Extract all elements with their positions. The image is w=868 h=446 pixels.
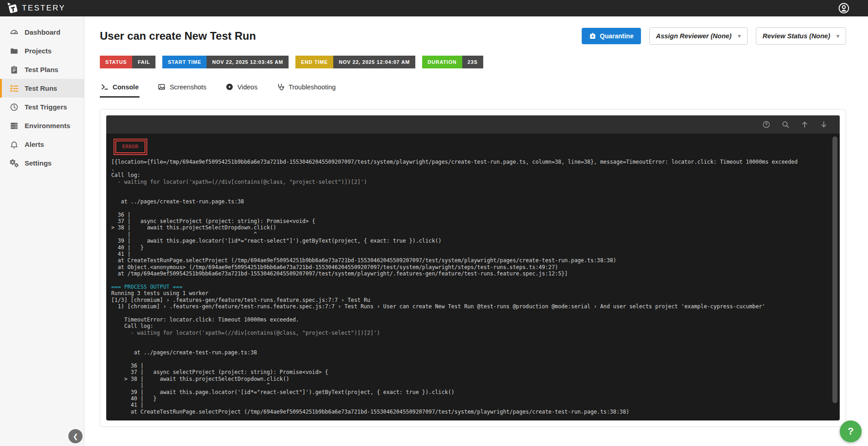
console-line	[111, 205, 824, 211]
top-bar: TESTERY	[0, 0, 868, 16]
console-line: 40 | }	[111, 244, 824, 251]
console-line: 1) [chromium] › .features-gen/feature/te…	[111, 303, 824, 310]
sidebar-item-label: Projects	[25, 47, 52, 55]
console-line: [1/3] [chromium] › .features-gen/feature…	[111, 297, 824, 303]
console-line	[111, 185, 824, 192]
console-line: 37 | async selectProject (project: strin…	[111, 369, 824, 375]
tab[interactable]: Screenshots	[157, 80, 207, 98]
sidebar-item-label: Settings	[25, 159, 52, 167]
tab-label: Console	[113, 83, 139, 91]
sidebar-item[interactable]: Dashboard	[0, 23, 84, 41]
tab-label: Troubleshooting	[289, 83, 336, 91]
console-line: > 38 | await this.projectSelectDropdown.…	[111, 376, 824, 382]
chevron-down-icon: ▾	[738, 33, 741, 39]
console-line: at CreateTestRunPage.selectProject (/tmp…	[111, 409, 824, 415]
console-line: > 38 | await this.projectSelectDropdown.…	[111, 224, 824, 231]
console-line: 39 | await this.page.locator('[id*="reac…	[111, 238, 824, 244]
scroll-up-icon[interactable]	[801, 120, 809, 129]
search-icon[interactable]	[781, 120, 790, 129]
review-status-dropdown[interactable]: Review Status (None) ▾	[756, 27, 846, 45]
page: TESTERY Dashboard Projects	[0, 0, 868, 446]
help-floating-button[interactable]: ?	[840, 420, 862, 442]
sidebar-item-icon	[10, 140, 19, 149]
console-lines: [{location={file=/tmp/694ae9ef50954251b9…	[111, 159, 824, 415]
console-line: Call log:	[111, 323, 824, 329]
console-line: at /tmp/694ae9ef50954251b9bb6a6e73a721bd…	[111, 270, 824, 277]
assign-reviewer-dropdown[interactable]: Assign Reviewer (None) ▾	[649, 27, 748, 45]
sidebar-item-icon	[10, 121, 19, 130]
brand-logo: TESTERY	[6, 2, 66, 15]
page-title: User can create New Test Run	[100, 30, 256, 42]
testery-logo-icon	[6, 2, 19, 15]
console-line: 41 |	[111, 251, 824, 257]
console-scrollbar-thumb[interactable]	[832, 136, 837, 403]
console-line	[111, 277, 824, 284]
tab-label: Videos	[238, 83, 258, 91]
quarantine-briefcase-icon	[589, 32, 596, 40]
tab[interactable]: Troubleshooting	[276, 80, 336, 98]
sidebar-item-label: Test Runs	[25, 84, 57, 92]
console-line: at Object.<anonymous> (/tmp/694ae9ef5095…	[111, 264, 824, 270]
console-line: 36 |	[111, 212, 824, 218]
console-line: TimeoutError: locator.click: Timeout 100…	[111, 316, 824, 323]
console-line: [{location={file=/tmp/694ae9ef50954251b9…	[111, 159, 824, 165]
console-line: Running 3 tests using 1 worker	[111, 290, 824, 296]
console-line	[111, 310, 824, 316]
console-line	[111, 336, 824, 342]
sidebar: Dashboard Projects Test Plans Test Runs	[0, 16, 84, 446]
scroll-down-icon[interactable]	[820, 120, 828, 129]
console-line: at ../pages/create-test-run.page.ts:38	[111, 198, 824, 205]
status-badge: START TIME NOV 22, 2025 12:03:45 AM	[162, 56, 289, 68]
tab-icon	[277, 83, 284, 91]
console-line: 37 | async selectProject (project: strin…	[111, 218, 824, 224]
sidebar-item[interactable]: Environments	[0, 116, 84, 135]
tab[interactable]: Videos	[225, 80, 258, 98]
console-line: 36 |	[111, 363, 824, 369]
sidebar-item[interactable]: Settings	[0, 154, 84, 172]
console-line: === PROCESS OUTPUT ===	[111, 284, 824, 290]
sidebar-item-icon	[10, 159, 19, 168]
sidebar-item[interactable]: Test Plans	[0, 60, 84, 79]
status-badge: DURATION 23S	[422, 56, 483, 68]
sidebar-item-label: Test Plans	[25, 66, 58, 73]
sidebar-item-label: Alerts	[25, 140, 44, 148]
error-badge: ERROR	[114, 139, 147, 155]
console-line	[111, 356, 824, 362]
quarantine-button[interactable]: Quarantine	[582, 28, 641, 44]
sidebar-item-label: Environments	[25, 122, 70, 130]
brand-name: TESTERY	[22, 4, 66, 13]
sidebar-collapse-button[interactable]: ❮	[68, 429, 83, 443]
sidebar-item-icon	[10, 47, 19, 56]
console-line: .	[111, 166, 824, 172]
tab[interactable]: Console	[100, 80, 140, 98]
sidebar-item[interactable]: Test Triggers	[0, 98, 84, 116]
console-line: 40 | }	[111, 395, 824, 402]
user-avatar-icon[interactable]	[838, 2, 850, 14]
status-badge: END TIME NOV 22, 2025 12:04:07 AM	[295, 56, 415, 68]
console-line: | ^	[111, 382, 824, 389]
sidebar-item-icon	[10, 103, 19, 112]
help-icon[interactable]	[762, 120, 770, 129]
sidebar-item[interactable]: Projects	[0, 41, 84, 60]
console-line: 41 |	[111, 402, 824, 408]
detail-tabs: Console Screenshots Videos Troub	[100, 80, 846, 98]
sidebar-item-label: Dashboard	[25, 28, 60, 36]
status-badge: STATUS FAIL	[100, 56, 155, 68]
sidebar-item[interactable]: Alerts	[0, 135, 84, 154]
tab-label: Screenshots	[170, 83, 207, 91]
sidebar-item-icon	[10, 84, 19, 93]
sidebar-item-icon	[10, 28, 19, 37]
main-content: User can create New Test Run Quarantine …	[84, 16, 868, 446]
sidebar-item-icon	[10, 65, 19, 74]
console-line: | ^	[111, 231, 824, 238]
console-line: - waiting for locator('xpath=(//div[cont…	[111, 179, 824, 185]
console-toolbar	[106, 115, 840, 134]
sidebar-item[interactable]: Test Runs	[0, 79, 84, 98]
tab-icon	[158, 83, 165, 91]
console-line: Call log:	[111, 172, 824, 178]
console-output[interactable]: ERROR [{location={file=/tmp/694ae9ef5095…	[106, 134, 840, 420]
console-line: at CreateTestRunPage.selectProject (/tmp…	[111, 257, 824, 264]
tab-icon	[226, 83, 233, 91]
console-line: at ../pages/create-test-run.page.ts:38	[111, 349, 824, 356]
console-line: - waiting for locator('xpath=(//div[cont…	[111, 330, 824, 336]
